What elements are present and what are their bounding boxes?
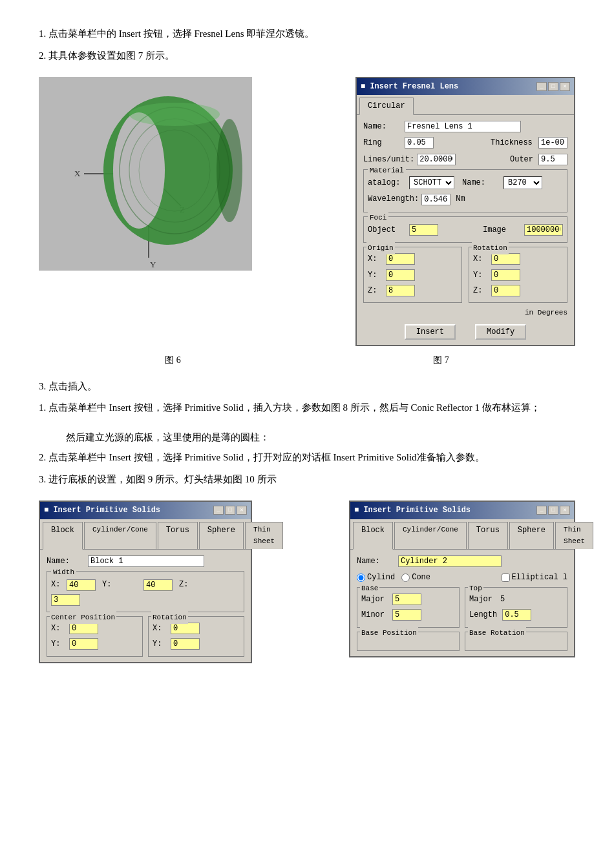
block-name-row: Name: (47, 555, 244, 568)
titlebar-controls[interactable]: _ □ ✕ (536, 82, 570, 91)
center-section: Center Position X: Y: (47, 616, 143, 657)
dialog-buttons: Insert Modify (363, 324, 567, 340)
cyl-close-btn[interactable]: ✕ (560, 506, 570, 515)
wavelength-row: Wavelength: Nm (368, 192, 563, 205)
wz-input[interactable] (51, 594, 80, 606)
block-minimize-btn[interactable]: _ (213, 506, 224, 515)
modify-button[interactable]: Modify (475, 324, 526, 340)
oy-input[interactable] (386, 269, 415, 281)
cyl-dialog-body: Name: Cylind Cone Elliptical l Bas (350, 549, 574, 656)
thickness-input[interactable] (538, 137, 567, 149)
cx-input[interactable] (69, 623, 98, 634)
base-pos-section: Base Position (357, 632, 460, 651)
base-pos-rot-row: Base Position Base Rotation (357, 632, 567, 651)
lines-input[interactable] (417, 154, 456, 165)
wx-input[interactable] (67, 579, 96, 591)
oz-input[interactable] (386, 285, 415, 296)
top-section: Top Major 5 Length (465, 587, 567, 628)
radio-cone[interactable]: Cone (401, 571, 430, 584)
cyl-tab-cylinder-cone[interactable]: Cylinder/Cone (394, 522, 467, 549)
step3-top: 3. 点击插入。 (39, 378, 575, 395)
outer-label: Outer (510, 153, 536, 166)
block-titlebar-controls[interactable]: _ □ ✕ (213, 506, 247, 515)
width-title: Width (51, 566, 76, 579)
block-name-input[interactable] (88, 555, 204, 567)
ox-label: X: (368, 253, 381, 265)
name2-select[interactable]: B270 (503, 176, 542, 189)
svg-text:X: X (74, 169, 81, 178)
block-close-btn[interactable]: ✕ (237, 506, 247, 515)
radio-group: Cylind Cone Elliptical l (357, 571, 567, 584)
cyl-minimize-btn[interactable]: _ (536, 506, 547, 515)
bry-input[interactable] (171, 638, 200, 650)
wy-input[interactable] (143, 579, 173, 591)
rz-input[interactable] (491, 285, 520, 296)
restore-btn[interactable]: □ (548, 82, 558, 91)
base-rot-title: Base Rotation (468, 627, 526, 639)
minimize-btn[interactable]: _ (536, 82, 547, 91)
minor-input[interactable] (392, 609, 421, 621)
fig7-caption: 图 7 (307, 353, 575, 368)
atalog-row: atalog: SCHOTT Name: B270 (368, 176, 563, 189)
middle-steps-list-2: 点击菜单栏中 Insert 按钮，选择 Primitive Solid，打开对应… (39, 450, 575, 488)
rz-row: Z: (473, 284, 563, 297)
ry-row: Y: (473, 269, 563, 282)
center-rotation-row: Center Position X: Y: Rotation (47, 616, 244, 657)
brx-input[interactable] (171, 623, 200, 634)
cyl-tab-block[interactable]: Block (353, 522, 393, 550)
block-restore-btn[interactable]: □ (225, 506, 235, 515)
insert-button[interactable]: Insert (405, 324, 456, 340)
tab-block[interactable]: Block (43, 522, 83, 550)
ry-input[interactable] (491, 269, 520, 281)
tab-thin-sheet[interactable]: Thin Sheet (245, 522, 283, 549)
name-label: Name: (363, 120, 402, 133)
object-label: Object (368, 223, 407, 236)
wavelength-input[interactable] (421, 194, 450, 205)
cyl-dialog-titlebar: ■ Insert Primitive Solids _ □ ✕ (350, 502, 574, 519)
tab-sphere[interactable]: Sphere (199, 522, 244, 549)
cyl-tab-sphere[interactable]: Sphere (509, 522, 554, 549)
major-base-input[interactable] (392, 594, 421, 605)
svg-text:Y: Y (150, 260, 156, 269)
name-input[interactable] (405, 121, 521, 132)
major-top-value: 5 (500, 593, 505, 606)
cy-input[interactable] (69, 638, 98, 650)
tab-circular[interactable]: Circular (359, 98, 414, 114)
length-input[interactable] (502, 609, 531, 621)
block-dialog: ■ Insert Primitive Solids _ □ ✕ Block Cy… (39, 501, 252, 663)
atalog-select[interactable]: SCHOTT (409, 176, 454, 189)
tab-torus[interactable]: Torus (158, 522, 198, 549)
base-top-row: Base Major Minor Top (357, 587, 567, 628)
close-btn[interactable]: ✕ (560, 82, 570, 91)
cyl-tab-torus[interactable]: Torus (468, 522, 508, 549)
ox-input[interactable] (386, 253, 415, 265)
cyl-restore-btn[interactable]: □ (548, 506, 558, 515)
dialog-body: Name: Ring Thickness Lines/unit: Outer (357, 114, 574, 345)
ring-row: Ring Thickness (363, 136, 567, 149)
fig6-caption: 图 6 (39, 353, 307, 368)
name-row: Name: (363, 120, 567, 133)
wz-label: Z: (179, 578, 218, 591)
rx-input[interactable] (491, 253, 520, 265)
step-m2: 点击菜单栏中 Insert 按钮，选择 Primitive Solid，打开对应… (39, 450, 575, 466)
cyl-name-input[interactable] (398, 555, 502, 567)
fig-captions: 图 6 图 7 (39, 353, 575, 368)
origin-rotation-row: Origin X: Y: Z: (363, 247, 567, 303)
major-top-row: Major 5 (469, 593, 563, 606)
cx-row: X: (51, 622, 138, 635)
outer-input[interactable] (538, 154, 567, 165)
bry-row: Y: (153, 637, 240, 650)
step-m1: 点击菜单栏中 Insert 按钮，选择 Primitive Solid，插入方块… (39, 400, 575, 417)
cylinder-dialog: ■ Insert Primitive Solids _ □ ✕ Block Cy… (349, 501, 575, 657)
tab-cylinder-cone[interactable]: Cylinder/Cone (84, 522, 156, 549)
cyl-titlebar-controls[interactable]: _ □ ✕ (536, 506, 570, 515)
ring-input[interactable] (405, 137, 434, 149)
in-degrees: in Degrees (363, 307, 567, 319)
rotation-section: Rotation X: Y: Z: (469, 247, 567, 303)
object-input[interactable] (409, 224, 438, 236)
checkbox-elliptical[interactable]: Elliptical l (502, 571, 567, 584)
wy-label: Y: (102, 578, 141, 591)
cyl-tab-thin-sheet[interactable]: Thin Sheet (555, 522, 593, 549)
cy-row: Y: (51, 637, 138, 650)
image-input[interactable] (524, 224, 563, 236)
